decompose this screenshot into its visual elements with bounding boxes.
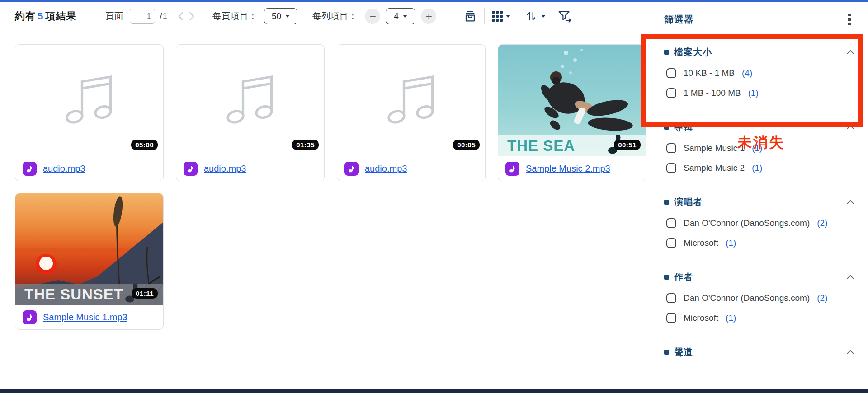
file-link[interactable]: Sample Music 2.mp3 [526,164,610,174]
filter-count: (4) [742,68,752,78]
toolbar-divider [205,8,205,24]
duration-badge: 01:35 [292,140,319,150]
filter-checkbox[interactable] [666,163,676,173]
per-row-value: 4 [394,11,399,21]
filter-section-album: 專輯 Sample Music 1 (1) Sample Music 2 (1) [664,109,855,184]
results-summary: 約有5項結果 [15,9,76,23]
filter-checkbox[interactable] [666,143,676,153]
collapse-section-button[interactable] [845,349,855,356]
section-title: 演唱者 [674,196,703,208]
media-card: 00:05 audio.mp3 [337,44,486,181]
audio-thumbnail[interactable]: 01:35 [176,45,324,156]
bottom-accent-bar [0,389,868,393]
filter-toggle-button[interactable] [557,9,573,23]
prev-page-button[interactable] [175,11,186,21]
filter-section-channels: 聲道 [664,334,855,369]
filter-count: (1) [726,238,736,248]
decrease-per-row-button[interactable] [365,9,380,24]
file-link[interactable]: Sample Music 1.mp3 [43,312,127,323]
filter-label: 1 MB - 100 MB [684,88,741,98]
per-page-label: 每頁項目： [212,10,258,22]
per-page-value: 50 [272,11,281,21]
filter-checkbox[interactable] [666,313,676,323]
section-title: 專輯 [674,121,693,133]
chevron-up-icon [846,50,854,55]
per-row-label: 每列項目： [312,10,358,22]
file-link[interactable]: audio.mp3 [43,164,85,174]
page-total: /1 [160,11,168,21]
filter-count: (1) [752,143,762,153]
top-accent-bar [0,0,868,2]
section-title: 聲道 [674,346,693,358]
archive-button[interactable] [463,9,477,23]
filter-option: Microsoft (1) [664,313,855,323]
filter-count: (2) [817,218,827,228]
filter-sidebar: 篩選器 檔案大小 10 KB - 1 MB (4) 1 MB - 100 MB … [656,2,868,393]
filter-option: Sample Music 1 (1) [664,143,855,153]
page-label: 頁面 [105,10,123,22]
filter-label: Microsoft [684,238,718,248]
results-suffix: 項結果 [45,10,76,22]
filter-option: 10 KB - 1 MB (4) [664,68,855,78]
filter-checkbox[interactable] [666,68,676,78]
increase-per-row-button[interactable] [421,9,436,24]
archive-icon [463,9,477,23]
filter-label: Sample Music 1 [684,143,745,153]
audio-file-icon [23,310,37,324]
filter-option: Sample Music 2 (1) [664,163,855,173]
media-card: 05:00 audio.mp3 [15,44,164,181]
collapse-section-button[interactable] [845,124,855,131]
card-footer: audio.mp3 [176,156,324,181]
sort-icon [525,10,538,22]
collapse-section-button[interactable] [845,49,855,56]
filter-checkbox[interactable] [666,293,676,303]
sort-button[interactable] [525,10,546,22]
chevron-left-icon [178,11,184,21]
sidebar-header: 篩選器 [664,2,855,27]
file-link[interactable]: audio.mp3 [204,164,246,174]
album-art-thumbnail[interactable]: THE SEA 00:51 [498,45,646,156]
page-input[interactable] [130,9,155,24]
sidebar-menu-button[interactable] [846,12,853,27]
audio-thumbnail[interactable]: 00:05 [337,45,485,156]
filter-checkbox[interactable] [666,218,676,228]
chevron-down-icon [541,15,546,18]
card-footer: Sample Music 1.mp3 [15,305,163,330]
media-card: THE SEA 00:51 Sample Music 2.mp3 [498,44,646,181]
card-footer: Sample Music 2.mp3 [498,156,646,181]
filter-section-file-size: 檔案大小 10 KB - 1 MB (4) 1 MB - 100 MB (1) [664,34,855,109]
section-bullet-icon [664,350,669,355]
music-note-placeholder-icon [377,63,445,131]
minus-icon [370,16,376,17]
per-page-select[interactable]: 50 [264,8,297,24]
chevron-right-icon [189,11,195,21]
album-art-thumbnail[interactable]: THE SUNSET 01:11 [15,193,163,305]
audio-file-icon [505,162,519,176]
toolbar-divider [518,8,518,24]
filter-section-author: 作者 Dan O'Connor (DanoSongs.com) (2) Micr… [664,259,855,334]
duration-badge: 00:51 [614,140,641,150]
toolbar-divider [484,8,485,24]
filter-option: 1 MB - 100 MB (1) [664,88,855,98]
file-link[interactable]: audio.mp3 [365,164,407,174]
grid-view-icon [492,11,503,22]
audio-thumbnail[interactable]: 05:00 [15,45,163,156]
filter-option: Dan O'Connor (DanoSongs.com) (2) [664,293,855,303]
collapse-section-button[interactable] [845,199,855,206]
per-row-select[interactable]: 4 [386,8,415,24]
duration-badge: 05:00 [131,140,158,150]
filter-checkbox[interactable] [666,88,676,98]
filter-count: (2) [817,293,827,303]
music-note-placeholder-icon [56,63,123,131]
collapse-section-button[interactable] [845,274,855,281]
next-page-button[interactable] [186,11,198,21]
filter-label: Dan O'Connor (DanoSongs.com) [684,293,810,303]
artwork-title: THE SEA [507,137,575,154]
chevron-down-icon [285,15,290,18]
filter-label: Sample Music 2 [684,163,745,173]
audio-file-icon [23,162,37,176]
view-mode-button[interactable] [492,11,510,22]
section-bullet-icon [664,125,669,130]
chevron-up-icon [846,275,854,280]
filter-checkbox[interactable] [666,238,676,248]
